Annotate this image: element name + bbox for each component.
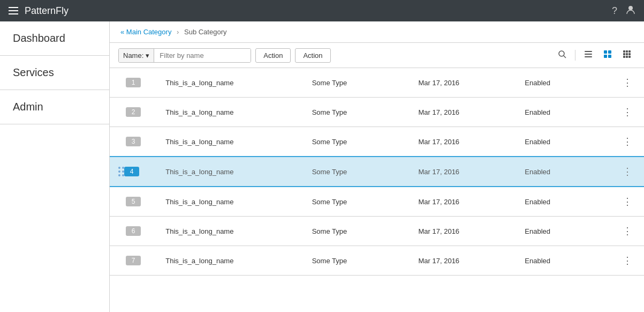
row-name-cell: This_is_a_long_name: [157, 187, 303, 217]
row-number-badge: 5: [126, 197, 141, 206]
sidebar-item-services[interactable]: Services: [0, 56, 109, 90]
toolbar: Name: ▾ Action Action: [110, 43, 644, 68]
filter-label[interactable]: Name: ▾: [119, 49, 154, 62]
svg-rect-6: [604, 50, 607, 54]
row-actions-cell: ⋮: [603, 217, 644, 246]
table-row[interactable]: 5 This_is_a_long_name Some Type Mar 17, …: [110, 187, 644, 217]
kebab-menu-button[interactable]: ⋮: [619, 165, 635, 179]
svg-rect-17: [626, 56, 628, 58]
table-row[interactable]: 1 This_is_a_long_name Some Type Mar 17, …: [110, 68, 644, 98]
row-number-badge: 3: [126, 137, 141, 146]
kebab-menu-button[interactable]: ⋮: [619, 76, 635, 90]
table-container: 1 This_is_a_long_name Some Type Mar 17, …: [110, 68, 644, 312]
table-row[interactable]: 4 This_is_a_long_name Some Type Mar 17, …: [110, 157, 644, 187]
row-date-cell: Mar 17, 2016: [410, 187, 517, 217]
table-row[interactable]: 3 This_is_a_long_name Some Type Mar 17, …: [110, 127, 644, 157]
row-date-cell: Mar 17, 2016: [410, 217, 517, 246]
row-number-badge: 4: [124, 167, 139, 176]
kebab-menu-button[interactable]: ⋮: [619, 195, 635, 209]
svg-rect-9: [608, 55, 611, 58]
row-status-cell: Enabled: [516, 246, 603, 276]
filter-input[interactable]: [154, 49, 251, 62]
svg-rect-10: [623, 50, 625, 53]
svg-rect-14: [626, 53, 628, 55]
list-view-icon[interactable]: [580, 47, 597, 63]
row-status-cell: Enabled: [516, 127, 603, 157]
toolbar-divider: [575, 50, 575, 61]
table-row[interactable]: 7 This_is_a_long_name Some Type Mar 17, …: [110, 246, 644, 276]
row-actions-cell: ⋮: [603, 127, 644, 157]
table-row[interactable]: 2 This_is_a_long_name Some Type Mar 17, …: [110, 98, 644, 127]
action-button-2[interactable]: Action: [295, 48, 330, 63]
svg-rect-7: [608, 50, 611, 54]
row-status-cell: Enabled: [516, 217, 603, 246]
row-type-cell: Some Type: [304, 68, 410, 98]
row-name-cell: This_is_a_long_name: [157, 217, 303, 246]
kebab-menu-button[interactable]: ⋮: [619, 254, 635, 268]
row-number-badge: 6: [126, 226, 141, 236]
row-date-cell: Mar 17, 2016: [410, 98, 517, 127]
kebab-menu-button[interactable]: ⋮: [619, 224, 635, 238]
kebab-menu-button[interactable]: ⋮: [619, 105, 635, 119]
row-type-cell: Some Type: [304, 157, 410, 187]
svg-rect-11: [626, 50, 628, 53]
search-icon[interactable]: [554, 47, 571, 63]
row-name-cell: This_is_a_long_name: [157, 246, 303, 276]
toolbar-right: [554, 47, 635, 63]
row-actions-cell: ⋮: [603, 157, 644, 187]
filter-dropdown-icon: ▾: [146, 51, 149, 60]
layout: Dashboard Services Admin « Main Category…: [0, 21, 644, 312]
top-nav-right: ?: [612, 5, 635, 17]
row-name-cell: This_is_a_long_name: [157, 98, 303, 127]
row-name-cell: This_is_a_long_name: [157, 127, 303, 157]
breadcrumb-back-link[interactable]: « Main Category: [120, 28, 171, 36]
svg-rect-16: [623, 56, 625, 58]
row-name-cell: This_is_a_long_name: [157, 68, 303, 98]
card-view-icon[interactable]: [599, 47, 616, 63]
top-nav: PatternFly ?: [0, 0, 644, 21]
help-icon[interactable]: ?: [612, 5, 617, 17]
row-actions-cell: ⋮: [603, 68, 644, 98]
row-number-badge: 2: [126, 107, 141, 117]
svg-rect-3: [585, 51, 592, 52]
svg-rect-12: [628, 50, 631, 53]
row-number-badge: 7: [126, 256, 141, 265]
row-number-cell: 6: [110, 217, 157, 246]
action-button-1[interactable]: Action: [255, 48, 291, 63]
row-date-cell: Mar 17, 2016: [410, 127, 517, 157]
row-type-cell: Some Type: [304, 187, 410, 217]
breadcrumb-separator: ›: [177, 28, 179, 36]
row-number-badge: 1: [126, 78, 141, 87]
row-status-cell: Enabled: [516, 187, 603, 217]
row-actions-cell: ⋮: [603, 246, 644, 276]
row-number-cell: 2: [110, 98, 157, 127]
sidebar-item-admin[interactable]: Admin: [0, 90, 109, 124]
row-date-cell: Mar 17, 2016: [410, 246, 517, 276]
tile-view-icon[interactable]: [618, 47, 635, 63]
filter-group: Name: ▾: [118, 48, 251, 63]
row-number-cell: 3: [110, 127, 157, 157]
user-icon[interactable]: [626, 5, 635, 17]
data-table: 1 This_is_a_long_name Some Type Mar 17, …: [110, 68, 644, 276]
sidebar-item-dashboard[interactable]: Dashboard: [0, 21, 109, 56]
row-number-cell: 5: [110, 187, 157, 217]
breadcrumb: « Main Category › Sub Category: [110, 21, 644, 43]
row-actions-cell: ⋮: [603, 98, 644, 127]
svg-line-2: [564, 56, 566, 58]
row-date-cell: Mar 17, 2016: [410, 157, 517, 187]
svg-rect-4: [585, 54, 592, 55]
sidebar: Dashboard Services Admin: [0, 21, 110, 312]
table-row[interactable]: 6 This_is_a_long_name Some Type Mar 17, …: [110, 217, 644, 246]
row-number-cell: 4: [110, 157, 157, 187]
svg-point-1: [559, 51, 564, 56]
svg-rect-5: [585, 56, 592, 57]
svg-rect-15: [628, 53, 631, 55]
row-number-cell: 1: [110, 68, 157, 98]
svg-rect-13: [623, 53, 625, 55]
row-name-cell: This_is_a_long_name: [157, 157, 303, 187]
kebab-menu-button[interactable]: ⋮: [619, 135, 635, 148]
row-status-cell: Enabled: [516, 68, 603, 98]
app-brand: PatternFly: [25, 5, 69, 17]
breadcrumb-current: Sub Category: [184, 28, 227, 36]
hamburger-menu[interactable]: [9, 7, 18, 14]
